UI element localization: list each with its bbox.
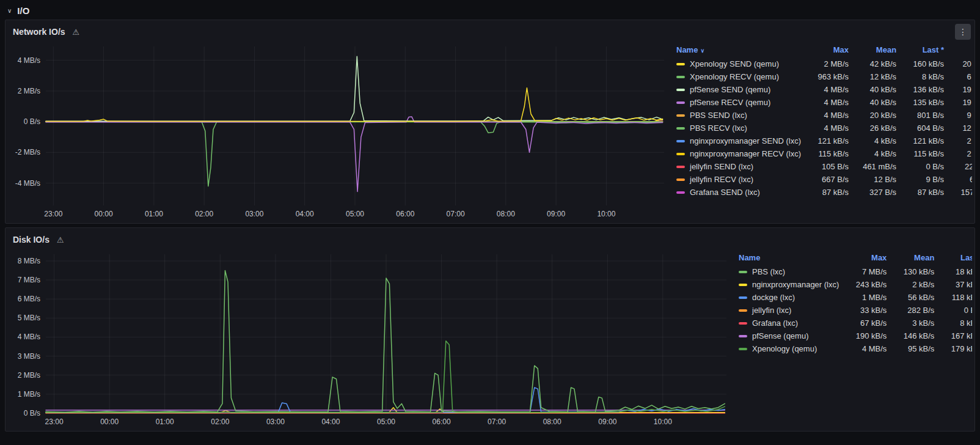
series-name: Grafana SEND (lxc) [690,188,760,197]
legend-value-last: 801 B/s [896,109,944,122]
legend-value-last: 18 kB/s [934,265,972,278]
legend-row-grafana-send-lxc: Grafana SEND (lxc)87 kB/s327 B/s87 kB/s1… [676,186,972,199]
legend-col-name[interactable]: Name [739,252,839,265]
legend-value-max: 87 kB/s [801,186,849,199]
legend-value-total: 222 B/s [944,160,972,173]
series-toggle-pbs-send-lxc[interactable]: PBS SEND (lxc) [676,109,801,122]
legend-value-last: 0 B/s [934,304,972,317]
series-name: pfSense RECV (qemu) [690,98,770,107]
series-color-swatch [739,296,747,299]
legend-value-mean: 327 B/s [849,186,896,199]
disk-io-legend: NameMaxMeanLast *PBS (lxc)7 MB/s130 kB/s… [730,248,972,429]
legend-value-last: 160 kB/s [896,57,944,70]
series-name: nginxproxymanager SEND (lxc) [690,136,801,145]
series-line-pbs-lxc [46,271,725,413]
series-toggle-xpenology-qemu[interactable]: Xpenology (qemu) [739,342,839,355]
series-toggle-dockge-lxc[interactable]: dockge (lxc) [739,291,839,304]
legend-row-xpenology-recv-qemu: Xpenology RECV (qemu)963 kB/s12 kB/s8 kB… [676,70,972,83]
series-toggle-pbs-recv-lxc[interactable]: PBS RECV (lxc) [676,122,801,134]
svg-text:1 MB/s: 1 MB/s [18,390,40,399]
legend-value-max: 7 MB/s [839,265,887,278]
panel-menu-button[interactable]: ⋮ [955,24,971,40]
legend-col-max[interactable]: Max [801,44,849,57]
series-toggle-nginxproxymanager-send-lxc[interactable]: nginxproxymanager SEND (lxc) [676,134,801,147]
legend-value-mean: 12 kB/s [849,70,896,83]
series-toggle-pfsense-recv-qemu[interactable]: pfSense RECV (qemu) [676,96,801,109]
legend-value-total: 2 MB/s [944,134,972,147]
series-color-swatch [739,271,747,273]
series-toggle-xpenology-send-qemu[interactable]: Xpenology SEND (qemu) [676,57,801,70]
svg-text:3 MB/s: 3 MB/s [18,352,40,361]
series-color-swatch [739,284,747,286]
legend-col-total[interactable]: Total [944,44,972,57]
series-lines [46,271,725,413]
svg-text:7 MB/s: 7 MB/s [18,276,40,284]
disk-io-chart[interactable]: 8 MB/s7 MB/s6 MB/s5 MB/s4 MB/s3 MB/s2 MB… [9,248,730,429]
series-toggle-jellyfin-send-lxc[interactable]: jellyfin SEND (lxc) [676,160,801,173]
legend-row-jellyfin-send-lxc: jellyfin SEND (lxc)105 B/s461 mB/s0 B/s2… [676,160,972,173]
legend-row-pfsense-qemu: pfSense (qemu)190 kB/s146 kB/s167 kB/s [739,329,972,342]
series-toggle-pbs-lxc[interactable]: PBS (lxc) [739,265,839,278]
legend-value-max: 105 B/s [801,160,849,173]
legend-row-xpenology-send-qemu: Xpenology SEND (qemu)2 MB/s42 kB/s160 kB… [676,57,972,70]
series-toggle-grafana-lxc[interactable]: Grafana (lxc) [739,317,839,329]
svg-text:07:00: 07:00 [488,417,506,426]
legend-value-mean: 20 kB/s [849,109,896,122]
legend-value-max: 190 kB/s [839,329,887,342]
panel-title-disk-io[interactable]: Disk IO/s [13,235,49,245]
legend-value-max: 2 MB/s [801,57,849,70]
axis-labels: 4 MB/s2 MB/s0 B/s-2 MB/s-4 MB/s23:0000:0… [15,56,616,218]
network-io-legend: Name∨MaxMeanLast *TotalXpenology SEND (q… [668,40,972,221]
legend-value-total: 20 MB/s [944,57,972,70]
panel-disk-io: Disk IO/s ⚠ 8 MB/s7 MB/s6 MB/s5 MB/s4 MB… [5,227,975,432]
series-toggle-xpenology-recv-qemu[interactable]: Xpenology RECV (qemu) [676,70,801,83]
svg-text:04:00: 04:00 [321,417,340,426]
series-name: nginxproxymanager (lxc) [752,280,839,289]
legend-value-total: 12 MB/s [944,122,972,134]
svg-text:03:00: 03:00 [245,210,263,218]
legend-row-pfsense-recv-qemu: pfSense RECV (qemu)4 MB/s40 kB/s135 kB/s… [676,96,972,109]
series-toggle-pfsense-qemu[interactable]: pfSense (qemu) [739,329,839,342]
svg-text:09:00: 09:00 [598,417,616,426]
series-toggle-nginxproxymanager-recv-lxc[interactable]: nginxproxymanager RECV (lxc) [676,147,801,160]
network-io-chart-area: 4 MB/s2 MB/s0 B/s-2 MB/s-4 MB/s23:0000:0… [9,40,668,221]
legend-col-name[interactable]: Name∨ [676,44,801,57]
legend-col-last[interactable]: Last * [934,252,972,265]
series-name: PBS (lxc) [752,267,785,276]
svg-text:23:00: 23:00 [45,417,64,426]
legend-row-nginxproxymanager-recv-lxc: nginxproxymanager RECV (lxc)115 kB/s4 kB… [676,147,972,160]
series-color-swatch [676,153,685,155]
series-name: pfSense SEND (qemu) [690,85,770,94]
panel-disk-io-body: 8 MB/s7 MB/s6 MB/s5 MB/s4 MB/s3 MB/s2 MB… [5,248,975,432]
row-collapse-icon[interactable]: ∨ [7,8,12,14]
series-toggle-nginxproxymanager-lxc[interactable]: nginxproxymanager (lxc) [739,278,839,291]
series-color-swatch [676,101,685,104]
legend-value-max: 121 kB/s [801,134,849,147]
legend-row-nginxproxymanager-send-lxc: nginxproxymanager SEND (lxc)121 kB/s4 kB… [676,134,972,147]
series-name: Xpenology (qemu) [752,344,817,353]
legend-value-max: 963 kB/s [801,70,849,83]
panel-title-network-io[interactable]: Network IO/s [13,27,65,37]
svg-text:01:00: 01:00 [145,210,163,218]
row-title[interactable]: I/O [17,6,29,16]
svg-text:5 MB/s: 5 MB/s [18,314,40,322]
warning-icon[interactable]: ⚠ [73,28,80,36]
legend-col-mean[interactable]: Mean [849,44,896,57]
legend-value-last: 8 kB/s [934,317,972,329]
series-line-pfsense-recv-qemu [46,117,663,191]
legend-value-mean: 3 kB/s [887,317,934,329]
series-toggle-pfsense-send-qemu[interactable]: pfSense SEND (qemu) [676,83,801,96]
warning-icon[interactable]: ⚠ [57,236,64,244]
network-io-chart[interactable]: 4 MB/s2 MB/s0 B/s-2 MB/s-4 MB/s23:0000:0… [9,40,668,221]
series-toggle-grafana-send-lxc[interactable]: Grafana SEND (lxc) [676,186,801,199]
legend-row-jellyfin-recv-lxc: jellyfin RECV (lxc)667 B/s12 B/s9 B/s6 k… [676,173,972,186]
series-toggle-jellyfin-recv-lxc[interactable]: jellyfin RECV (lxc) [676,173,801,186]
svg-text:03:00: 03:00 [266,417,285,426]
legend-col-mean[interactable]: Mean [887,252,934,265]
legend-col-max[interactable]: Max [839,252,887,265]
legend-value-last: 179 kB/s [934,342,972,355]
legend-value-total: 2 MB/s [944,147,972,160]
legend-col-last[interactable]: Last * [896,44,944,57]
series-toggle-jellyfin-lxc[interactable]: jellyfin (lxc) [739,304,839,317]
legend-value-last: 9 B/s [896,173,944,186]
